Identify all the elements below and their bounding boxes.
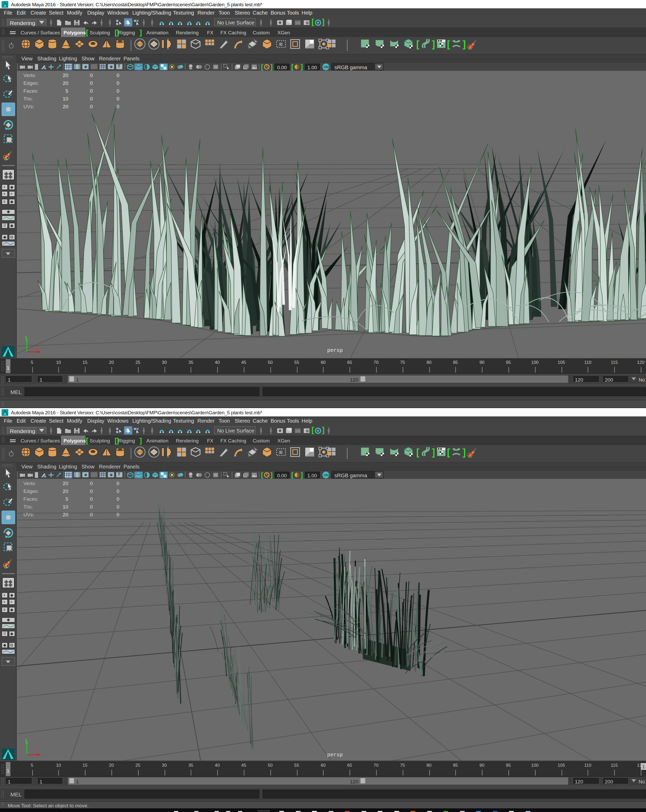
svg-text:y: y: [25, 737, 28, 742]
svg-text:x: x: [35, 346, 38, 351]
svg-text:z: z: [23, 352, 25, 356]
svg-text:persp: persp: [327, 348, 343, 353]
svg-text:z: z: [23, 755, 25, 759]
svg-text:persp: persp: [327, 752, 343, 758]
svg-text:y: y: [25, 334, 28, 339]
svg-text:IPR: IPR: [295, 21, 301, 25]
svg-text:IPR: IPR: [295, 429, 301, 433]
svg-text:x: x: [35, 749, 38, 754]
